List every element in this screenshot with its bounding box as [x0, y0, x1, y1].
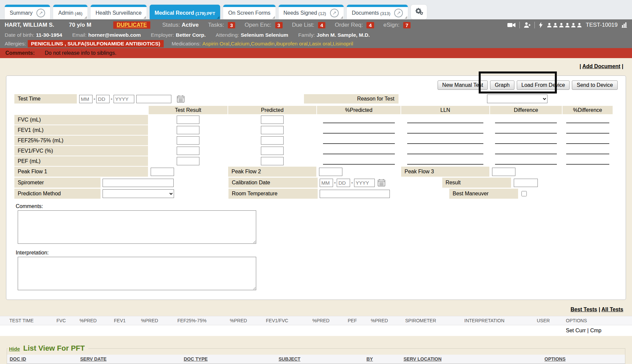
- test-time-label: Test Time: [14, 94, 77, 104]
- spirometer-input[interactable]: [103, 179, 174, 187]
- col-options[interactable]: OPTIONS: [544, 356, 566, 362]
- blank-value-line: [495, 127, 557, 134]
- peak-flow-3-input[interactable]: [492, 168, 515, 176]
- test-date-year-input[interactable]: [114, 95, 134, 103]
- tasks-count-badge[interactable]: 3: [228, 22, 235, 28]
- spirometer-label: Spirometer: [14, 178, 101, 188]
- chart-stats-icon[interactable]: [622, 22, 627, 28]
- prediction-method-select[interactable]: [103, 189, 174, 198]
- fev1-test-result-input[interactable]: [177, 126, 199, 134]
- best-maneuver-checkbox[interactable]: [521, 191, 527, 196]
- load-from-device-button[interactable]: Load From Device: [517, 80, 570, 90]
- blank-value-line: [566, 147, 609, 154]
- calibration-date-label: Calibration Date: [228, 178, 318, 188]
- hide-link[interactable]: Hide: [9, 346, 20, 352]
- allergies-badge[interactable]: PENICILLINS , SULFA(SULFONAMIDE ANTIBIOT…: [28, 40, 164, 47]
- col-fvc: FVC: [56, 318, 80, 323]
- video-call-icon[interactable]: [507, 22, 515, 28]
- comments-textarea[interactable]: [18, 210, 256, 244]
- row-label-pef: PEF (mL): [14, 156, 148, 166]
- all-tests-link[interactable]: All Tests: [602, 307, 624, 312]
- col-by[interactable]: BY: [366, 356, 404, 362]
- best-tests-link[interactable]: Best Tests: [571, 307, 597, 312]
- duplicate-badge[interactable]: DUPLICATE: [113, 21, 150, 29]
- fef-predicted-input[interactable]: [261, 136, 284, 145]
- test-time-input[interactable]: [136, 95, 171, 103]
- order-req-count-badge[interactable]: 4: [366, 22, 374, 28]
- blank-value-line: [495, 147, 557, 154]
- fev1-fvc-test-result-input[interactable]: [177, 147, 199, 155]
- comments-field-label: Comments:: [16, 203, 618, 209]
- new-manual-test-button[interactable]: New Manual Test: [438, 80, 488, 90]
- room-temperature-label: Room Temperature: [228, 189, 318, 199]
- medication-link[interactable]: ibuprofen oral: [276, 41, 308, 47]
- col-fev1-fvc: FEV1/FVC: [266, 318, 312, 323]
- dob-label: Date of birth:: [5, 32, 34, 38]
- result-input[interactable]: [514, 179, 538, 187]
- peak-flow-2-input[interactable]: [319, 168, 342, 176]
- col-subject[interactable]: SUBJECT: [279, 356, 366, 362]
- list-view-header-row: DOC ID SERV DATE DOC TYPE SUBJECT BY SER…: [7, 355, 625, 364]
- col-fef: FEF25%-75%: [177, 318, 230, 323]
- tab-label: Health Surveillance: [96, 10, 142, 16]
- fvc-test-result-input[interactable]: [177, 116, 199, 124]
- calibration-year-input[interactable]: [354, 179, 375, 187]
- fef-test-result-input[interactable]: [177, 136, 199, 145]
- pef-test-result-input[interactable]: [177, 157, 199, 165]
- open-new-window-icon[interactable]: ↗: [330, 9, 339, 17]
- cmp-link[interactable]: Cmp: [590, 328, 602, 333]
- add-document-link[interactable]: Add Document: [582, 63, 620, 69]
- medication-link[interactable]: Lisinopril: [333, 41, 353, 47]
- send-to-device-button[interactable]: Send to Device: [572, 80, 618, 90]
- tab-needs-signed[interactable]: Needs Signed (12) ↗: [279, 5, 344, 19]
- open-new-window-icon[interactable]: ↗: [36, 9, 45, 17]
- open-enc-count-badge[interactable]: 3: [275, 22, 283, 28]
- lightning-bolt-icon[interactable]: [539, 22, 543, 28]
- reason-for-test-select[interactable]: [487, 95, 547, 103]
- settings-button[interactable]: [411, 5, 427, 19]
- interpretation-textarea[interactable]: [18, 257, 256, 290]
- tab-documents[interactable]: Documents (313) ↗: [347, 5, 408, 19]
- prediction-method-label: Prediction Method: [14, 189, 101, 199]
- set-curr-link[interactable]: Set Curr: [566, 328, 586, 333]
- open-new-window-icon[interactable]: ↗: [394, 9, 403, 17]
- separator: -: [94, 96, 95, 102]
- medications-label: Medications:: [172, 41, 201, 47]
- calibration-month-input[interactable]: [320, 179, 333, 187]
- graph-button[interactable]: Graph: [490, 80, 514, 90]
- results-table-header: TEST TIME FVC %PRED FEV1 %PRED FEF25%-75…: [0, 316, 632, 325]
- esign-label: eSign:: [383, 22, 400, 28]
- esign-count-badge[interactable]: 7: [403, 22, 411, 28]
- tab-on-screen-forms[interactable]: On Screen Forms: [223, 5, 275, 19]
- calendar-icon[interactable]: [177, 95, 185, 103]
- medication-link[interactable]: Coumadin: [251, 41, 275, 47]
- col-serv-date[interactable]: SERV DATE: [80, 356, 184, 362]
- test-date-month-input[interactable]: [79, 95, 93, 103]
- add-person-icon[interactable]: [524, 22, 530, 28]
- tab-admin[interactable]: Admin (46): [53, 5, 87, 19]
- peak-flow-1-input[interactable]: [151, 168, 174, 176]
- fvc-predicted-input[interactable]: [261, 116, 284, 124]
- blank-value-line: [566, 158, 609, 165]
- medication-link[interactable]: Calcium: [231, 41, 250, 47]
- calibration-day-input[interactable]: [337, 179, 350, 187]
- result-label: Result: [442, 178, 511, 188]
- fev1-predicted-input[interactable]: [261, 126, 284, 134]
- tab-summary[interactable]: Summary ↗: [5, 5, 50, 19]
- tab-health-surveillance[interactable]: Health Surveillance: [91, 5, 147, 19]
- col-doc-id[interactable]: DOC ID: [10, 356, 80, 362]
- room-temperature-input[interactable]: [320, 190, 390, 198]
- test-date-day-input[interactable]: [96, 95, 110, 103]
- col-doc-type[interactable]: DOC TYPE: [184, 356, 279, 362]
- fev1-fvc-predicted-input[interactable]: [261, 147, 284, 155]
- pef-predicted-input[interactable]: [261, 157, 284, 165]
- divider: [534, 22, 535, 28]
- col-serv-location[interactable]: SERV LOCATION: [404, 356, 544, 362]
- calendar-icon[interactable]: [377, 179, 385, 187]
- online-users-icons[interactable]: [547, 23, 582, 28]
- tab-medical-record[interactable]: Medical Record (179):PFT: [150, 5, 220, 19]
- due-list-count-badge[interactable]: 4: [318, 22, 325, 28]
- col-pred-1: %PRED: [80, 318, 114, 323]
- medication-link[interactable]: Aspirin Oral: [202, 41, 229, 47]
- medication-link[interactable]: Lasix oral: [309, 41, 331, 47]
